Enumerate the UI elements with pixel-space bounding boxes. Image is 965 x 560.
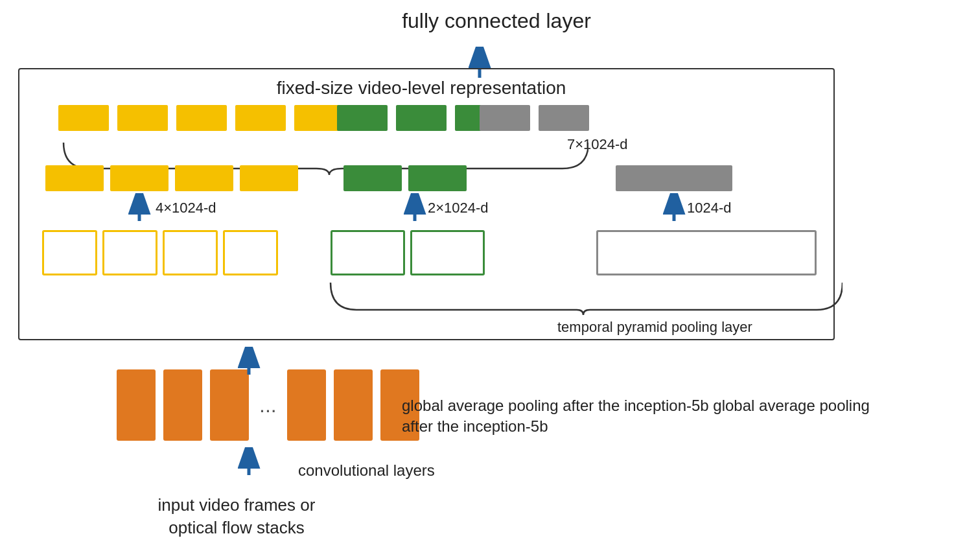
conv-label: convolutional layers (298, 461, 435, 480)
dim-2x-label: 2×1024-d (428, 200, 489, 216)
gray-filled-blocks (616, 165, 732, 191)
arrow-conv-to-gap (229, 447, 268, 476)
fully-connected-label: fully connected layer (369, 9, 623, 33)
orange-block-5 (334, 369, 373, 441)
ellipsis: ... (259, 393, 277, 417)
fixed-size-label: fixed-size video-level representation (194, 78, 648, 99)
orange-block-3 (210, 369, 249, 441)
orange-block-2 (163, 369, 202, 441)
diagram: fully connected layer fixed-size video-l… (0, 0, 965, 560)
arrow-gap-to-box (229, 347, 268, 376)
yellow-outlined-blocks (42, 230, 278, 275)
gray-outlined-blocks (596, 230, 817, 275)
input-label: input video frames oroptical flow stacks (107, 494, 366, 539)
rep-gray-bars (480, 105, 593, 131)
orange-block-1 (117, 369, 156, 441)
orange-block-4 (287, 369, 326, 441)
dim-1x-label: 1024-d (687, 200, 732, 216)
rep-yellow-bars (58, 105, 349, 131)
green-outlined-blocks (331, 230, 485, 275)
gap-label: global average pooling after the incepti… (402, 395, 870, 438)
green-filled-blocks (343, 165, 467, 191)
orange-blocks-row: ... (117, 369, 419, 441)
tpp-label: temporal pyramid pooling layer (557, 319, 752, 336)
dim-4x-label: 4×1024-d (156, 200, 216, 216)
tpp-brace-svg (324, 277, 843, 316)
yellow-filled-blocks (45, 165, 298, 191)
arrow-yellow (120, 193, 159, 222)
